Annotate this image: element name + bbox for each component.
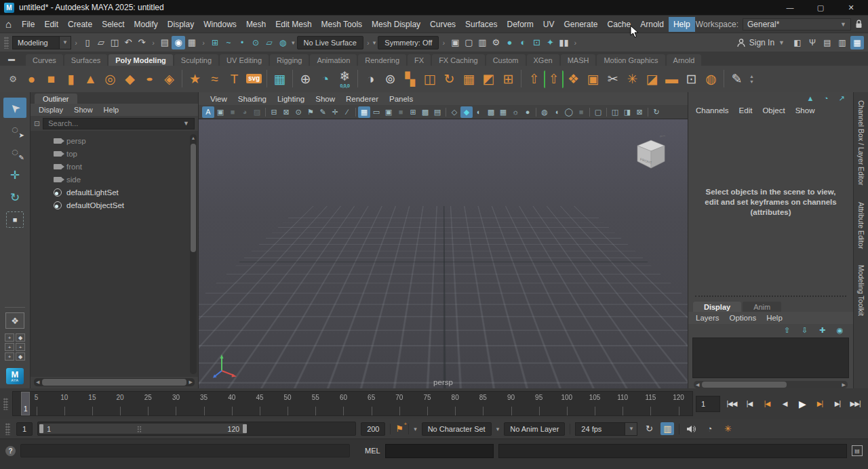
current-frame-field[interactable]: 1 — [696, 396, 720, 412]
grease-pencil-icon[interactable]: ∕ — [341, 106, 353, 118]
menu-item[interactable]: Create — [63, 17, 97, 32]
shelf-tab[interactable]: Curves — [26, 54, 63, 66]
step-forward-frame-button[interactable]: ▶| — [829, 395, 846, 413]
outliner-item[interactable]: side — [31, 173, 198, 186]
scroll-right-icon[interactable]: ▶ — [187, 380, 195, 385]
extrude-icon[interactable]: ⇧ — [524, 68, 544, 90]
hypershade-icon[interactable]: ● — [502, 36, 516, 49]
animation-start-field[interactable]: 1 — [16, 422, 33, 436]
channel-box-menu-item[interactable]: Edit — [739, 106, 753, 115]
outliner-tab[interactable]: Outliner — [35, 94, 77, 104]
vt-separator[interactable] — [587, 106, 592, 118]
poly-disc-icon[interactable]: ● — [140, 73, 159, 85]
render-settings-icon[interactable]: ⚙ — [489, 36, 502, 49]
render-view-icon[interactable]: ▣ — [448, 36, 462, 49]
layout-persp-graph-button[interactable]: + ◆ — [5, 352, 25, 361]
open-scene-icon[interactable]: ▱ — [94, 36, 108, 49]
shelf-gear-icon[interactable]: ⚙ — [4, 74, 22, 84]
lasso-select-tool[interactable]: ◌ ➤ — [3, 120, 26, 140]
fill-hole-icon[interactable]: ◪ — [642, 68, 662, 90]
attribute-editor-toggle-icon[interactable]: ▤ — [821, 36, 834, 49]
default-material-icon[interactable]: ▦ — [497, 106, 509, 118]
layer-menu-item[interactable]: Options — [730, 314, 757, 322]
layer-menu-item[interactable]: Help — [766, 314, 783, 322]
safe-title-icon[interactable]: ▤ — [431, 106, 443, 118]
isolate-select-icon[interactable]: ▢ — [592, 106, 604, 118]
step-back-key-button[interactable]: |◀ — [758, 395, 776, 413]
ssao-icon[interactable]: ◍ — [538, 106, 551, 118]
center-pivot-icon[interactable]: ⊕ — [296, 68, 315, 90]
outliner-horizontal-scrollbar[interactable]: ◀ ▶ — [34, 378, 195, 386]
time-editor-icon[interactable]: ▥ — [660, 422, 674, 435]
vt-separator[interactable] — [263, 106, 268, 118]
vt-separator[interactable] — [353, 106, 358, 118]
chevron-down-icon[interactable]: ▾ — [292, 39, 295, 46]
resolution-gate-icon[interactable]: ▣ — [382, 106, 395, 118]
create-layer-from-selected-icon[interactable]: ◉ — [835, 325, 845, 335]
minimize-button[interactable]: — — [777, 3, 803, 12]
gate-mask-icon[interactable]: ■ — [395, 106, 407, 118]
lookdev-view-icon[interactable]: ■ — [226, 106, 239, 118]
maya-logo[interactable]: M AYA — [6, 368, 24, 384]
scrollbar-thumb[interactable] — [191, 144, 196, 252]
exposure-icon[interactable]: ↻ — [650, 106, 663, 118]
poly-sphere-icon[interactable]: ● — [22, 68, 41, 90]
scroll-left-icon[interactable]: ◀ — [694, 382, 701, 388]
status-line-grip[interactable] — [4, 37, 9, 49]
shelf-separator[interactable] — [355, 68, 361, 90]
maximize-button[interactable]: ▢ — [808, 3, 833, 12]
camera-attributes-icon[interactable]: ⊟ — [268, 106, 280, 118]
mute-audio-icon[interactable] — [684, 422, 698, 435]
panel-splitter[interactable] — [695, 295, 846, 297]
select-highlight-icon[interactable]: A — [202, 106, 214, 118]
snap-to-projected-center-icon[interactable]: ⊙ — [249, 36, 262, 49]
bridge-icon[interactable]: ▣ — [583, 68, 603, 90]
make-live-icon[interactable]: ◍ — [276, 36, 290, 49]
wireframe-on-shaded-icon[interactable]: ▩ — [485, 106, 497, 118]
triangulate-icon[interactable]: ◩ — [479, 68, 498, 90]
snap-to-grid-icon[interactable]: ⊞ — [208, 36, 222, 49]
shelf-tab[interactable]: Poly Modeling — [108, 54, 173, 66]
render-ball-icon[interactable]: ◕ — [239, 106, 251, 118]
playback-range[interactable]: 1 120 — [39, 424, 247, 434]
safe-action-icon[interactable]: ▩ — [419, 106, 431, 118]
range-end-handle[interactable] — [243, 424, 247, 433]
modeling-toolkit-toggle-icon[interactable]: ◧ — [791, 36, 804, 49]
scroll-left-icon[interactable]: ◀ — [34, 380, 41, 385]
menu-item[interactable]: Mesh Tools — [317, 17, 367, 32]
svg-tool-icon[interactable]: svg — [244, 68, 264, 90]
shelf-tab[interactable]: Rigging — [270, 54, 309, 66]
shelf-tab[interactable]: Motion Graphics — [597, 54, 665, 66]
close-button[interactable]: ✕ — [838, 3, 864, 12]
menu-item[interactable]: Select — [97, 17, 129, 32]
outliner-vertical-scrollbar[interactable]: ▲ — [190, 134, 197, 374]
workspace-select[interactable]: General* ▼ — [743, 18, 851, 30]
shadows-icon[interactable]: ● — [521, 106, 534, 118]
filter-icon[interactable]: ⊡ — [34, 119, 40, 128]
panel-menu-item[interactable]: Shading — [233, 95, 271, 103]
shelf-tab[interactable]: Surfaces — [64, 54, 107, 66]
layer-list[interactable] — [692, 338, 849, 378]
workspace-lock-icon[interactable] — [855, 20, 863, 28]
step-back-frame-button[interactable]: |◀ — [741, 395, 758, 413]
motion-blur-icon[interactable]: ◖ — [551, 106, 563, 118]
smart-extrude-icon[interactable]: ⇧ — [544, 70, 564, 88]
frame-selection-icon[interactable]: ▣ — [214, 106, 226, 118]
time-slider-grip[interactable] — [3, 398, 8, 410]
symmetry-field[interactable]: Symmetry: Off — [378, 36, 439, 49]
menu-item[interactable]: File — [17, 17, 39, 32]
channel-box-menu-item[interactable]: Channels — [696, 106, 729, 115]
menu-item[interactable]: Cache — [603, 17, 636, 32]
menu-item[interactable]: Generate — [559, 17, 602, 32]
fps-selector[interactable]: 24 fps ▼ — [575, 422, 637, 436]
playhead[interactable]: 1 — [21, 392, 30, 415]
lights-icon[interactable]: ☼ — [509, 106, 521, 118]
xyz-axis-icon[interactable]: ▲ — [806, 94, 815, 104]
shelf-scroll-spinner[interactable]: ▲▼ — [749, 74, 754, 84]
outliner-item[interactable]: persp — [31, 134, 198, 147]
help-icon[interactable]: ? — [5, 446, 16, 456]
layer-editor-tab[interactable]: Display — [693, 302, 741, 312]
shelf-tab[interactable]: Sculpting — [174, 54, 218, 66]
layer-move-up-icon[interactable]: ⇧ — [782, 325, 792, 335]
vt-separator[interactable] — [646, 106, 650, 118]
